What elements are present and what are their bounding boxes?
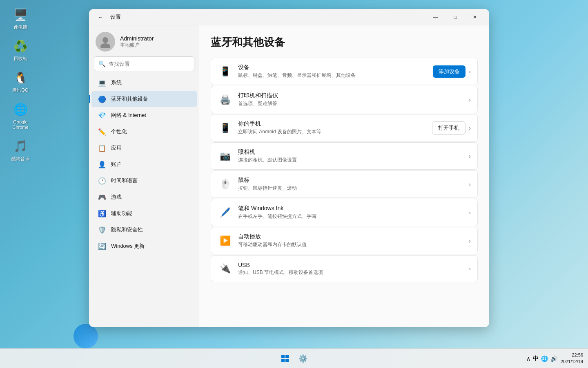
icon-label-qq: 腾讯QQ <box>12 88 28 93</box>
start-button[interactable] <box>277 350 293 367</box>
nav-container: 💻 系统 🔵 蓝牙和其他设备 💎 网络 & Internet ✏️ 个性化 📋 … <box>89 74 199 254</box>
clock[interactable]: 22:56 2021/12/19 <box>561 352 583 365</box>
svg-rect-2 <box>281 355 285 358</box>
settings-item-autoplay[interactable]: ▶️ 自动播放 可移动驱动器和内存卡的默认值 › <box>211 227 478 254</box>
close-button[interactable]: ✕ <box>466 11 484 24</box>
nav-icon-network: 💎 <box>98 111 106 119</box>
page-title: 蓝牙和其他设备 <box>211 35 478 49</box>
item-icon-pen: 🖊️ <box>218 205 232 220</box>
nav-icon-personalize: ✏️ <box>98 128 106 136</box>
nav-label-time: 时间和语言 <box>111 177 138 184</box>
chevron-icon-phone: › <box>469 125 471 131</box>
sidebar-item-system[interactable]: 💻 系统 <box>91 74 197 91</box>
user-type: 本地账户 <box>120 42 154 49</box>
window-body: Administrator 本地账户 🔍 💻 系统 🔵 蓝牙和其他设备 💎 网络… <box>89 25 489 327</box>
settings-list: 📱 设备 鼠标、键盘、触笔、音频、显示器和扩展坞、其他设备 添加设备› 🖨️ 打… <box>211 58 478 282</box>
icon-img-chrome: 🌐 <box>12 101 29 118</box>
item-text-camera: 照相机 连接的相机、默认图像设置 <box>238 148 463 164</box>
back-button[interactable]: ← <box>94 11 107 24</box>
user-info: Administrator 本地账户 <box>120 35 154 49</box>
item-action-autoplay: › <box>469 238 471 244</box>
nav-label-system: 系统 <box>111 79 122 86</box>
nav-icon-apps: 📋 <box>98 144 106 152</box>
tray-lang[interactable]: 中 <box>533 355 539 362</box>
settings-item-pen[interactable]: 🖊️ 笔和 Windows Ink 右手或左手、笔按钮快捷方式、手写 › <box>211 199 478 226</box>
sidebar-item-network[interactable]: 💎 网络 & Internet <box>91 107 197 123</box>
nav-icon-privacy: 🛡️ <box>98 226 106 234</box>
action-btn-devices[interactable]: 添加设备 <box>433 65 466 78</box>
icon-img-recycle-bin: ♻️ <box>12 38 29 54</box>
svg-rect-5 <box>285 359 289 362</box>
desktop-icon-qq[interactable]: 🐧 腾讯QQ <box>4 67 37 95</box>
desktop-icon-chrome[interactable]: 🌐 Google Chrome <box>4 99 37 132</box>
settings-item-printers[interactable]: 🖨️ 打印机和扫描仪 首选项、疑难解答 › <box>211 86 478 113</box>
item-text-autoplay: 自动播放 可移动驱动器和内存卡的默认值 <box>238 233 463 248</box>
sidebar-item-bluetooth[interactable]: 🔵 蓝牙和其他设备 <box>91 91 197 107</box>
item-action-camera: › <box>469 153 471 159</box>
tray-volume[interactable]: 🔊 <box>550 355 557 362</box>
tray-chevron[interactable]: ∧ <box>526 355 530 362</box>
title-bar: ← 设置 — □ ✕ <box>89 9 489 25</box>
icon-label-kuwo: 酷狗音乐 <box>11 156 29 162</box>
settings-item-mouse[interactable]: 🖱️ 鼠标 按钮、鼠标指针速度、滚动 › <box>211 171 478 198</box>
settings-item-devices[interactable]: 📱 设备 鼠标、键盘、触笔、音频、显示器和扩展坞、其他设备 添加设备› <box>211 58 478 85</box>
maximize-button[interactable]: □ <box>446 11 465 24</box>
nav-label-accessibility: 辅助功能 <box>111 210 132 217</box>
desktop-icon-my-computer[interactable]: 🖥️ 此电脑 <box>4 4 37 32</box>
item-icon-mouse: 🖱️ <box>218 177 232 192</box>
item-title-printers: 打印机和扫描仪 <box>238 92 463 99</box>
search-icon: 🔍 <box>98 61 105 67</box>
item-icon-autoplay: ▶️ <box>218 233 232 248</box>
item-icon-printers: 🖨️ <box>218 92 232 107</box>
item-desc-usb: 通知、USB 节电模式、移动设备首选项 <box>238 269 463 276</box>
item-action-pen: › <box>469 209 471 216</box>
desktop-icon-recycle-bin[interactable]: ♻️ 回收站 <box>4 36 37 64</box>
item-desc-printers: 首选项、疑难解答 <box>238 100 463 107</box>
sidebar-item-privacy[interactable]: 🛡️ 隐私和安全性 <box>91 222 197 238</box>
sidebar-item-apps[interactable]: 📋 应用 <box>91 140 197 156</box>
settings-taskbar-button[interactable]: ⚙️ <box>295 350 311 367</box>
item-action-mouse: › <box>469 181 471 188</box>
item-desc-autoplay: 可移动驱动器和内存卡的默认值 <box>238 241 463 248</box>
user-name: Administrator <box>120 35 154 42</box>
icon-label-my-computer: 此电脑 <box>14 25 27 30</box>
item-title-camera: 照相机 <box>238 148 463 156</box>
minimize-button[interactable]: — <box>426 11 445 24</box>
main-content: 蓝牙和其他设备 📱 设备 鼠标、键盘、触笔、音频、显示器和扩展坞、其他设备 添加… <box>199 25 489 327</box>
nav-icon-time: 🕐 <box>98 177 106 185</box>
icon-img-my-computer: 🖥️ <box>12 7 29 23</box>
taskbar-center: ⚙️ <box>277 350 311 367</box>
sidebar-item-personalize[interactable]: ✏️ 个性化 <box>91 123 197 140</box>
nav-label-personalize: 个性化 <box>111 128 127 135</box>
chevron-icon-autoplay: › <box>469 238 471 244</box>
sidebar-item-accounts[interactable]: 👤 账户 <box>91 156 197 173</box>
item-text-printers: 打印机和扫描仪 首选项、疑难解答 <box>238 92 463 107</box>
taskbar: ⚙️ ∧ 中 🌐 🔊 22:56 2021/12/19 <box>0 348 588 368</box>
action-btn-phone[interactable]: 打开手机 <box>432 121 466 135</box>
desktop-icon-kuwo[interactable]: 🎵 酷狗音乐 <box>4 136 37 164</box>
sidebar-item-accessibility[interactable]: ♿ 辅助功能 <box>91 205 197 222</box>
search-box[interactable]: 🔍 <box>94 56 194 71</box>
settings-item-usb[interactable]: 🔌 USB 通知、USB 节电模式、移动设备首选项 › <box>211 255 478 282</box>
tray-network[interactable]: 🌐 <box>541 355 548 362</box>
nav-label-network: 网络 & Internet <box>111 112 146 119</box>
search-input[interactable] <box>109 61 190 67</box>
item-action-usb: › <box>469 265 471 272</box>
settings-item-phone[interactable]: 📱 你的手机 立即访问 Android 设备的照片、文本等 打开手机› <box>211 114 478 141</box>
nav-label-bluetooth: 蓝牙和其他设备 <box>111 95 148 103</box>
item-action-phone: 打开手机› <box>432 121 471 135</box>
window-title: 设置 <box>110 13 121 21</box>
icon-img-kuwo: 🎵 <box>12 138 29 155</box>
item-text-phone: 你的手机 立即访问 Android 设备的照片、文本等 <box>238 120 426 135</box>
sidebar-item-games[interactable]: 🎮 游戏 <box>91 189 197 205</box>
nav-icon-windows-update: 🔄 <box>98 242 106 250</box>
item-text-usb: USB 通知、USB 节电模式、移动设备首选项 <box>238 262 463 276</box>
chevron-icon-usb: › <box>469 265 471 272</box>
item-desc-phone: 立即访问 Android 设备的照片、文本等 <box>238 128 426 135</box>
decorative-circle <box>74 324 98 348</box>
sidebar-item-time[interactable]: 🕐 时间和语言 <box>91 173 197 189</box>
sidebar-item-windows-update[interactable]: 🔄 Windows 更新 <box>91 238 197 254</box>
item-text-devices: 设备 鼠标、键盘、触笔、音频、显示器和扩展坞、其他设备 <box>238 64 427 79</box>
taskbar-right: ∧ 中 🌐 🔊 22:56 2021/12/19 <box>526 352 583 365</box>
settings-item-camera[interactable]: 📷 照相机 连接的相机、默认图像设置 › <box>211 142 478 170</box>
